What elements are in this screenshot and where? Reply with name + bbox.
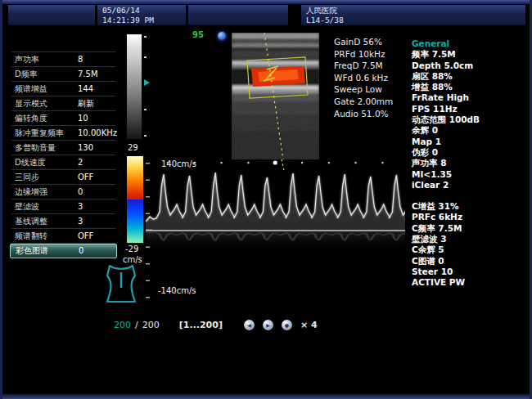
velocity-max-label: 140cm/s	[161, 159, 196, 168]
param-row-3[interactable]: 显示模式刷新	[11, 96, 115, 111]
stop-button[interactable]: ●	[282, 320, 292, 330]
cine-speed: × 4	[300, 320, 318, 330]
status-line: FrRate High	[412, 92, 530, 103]
param-value: 144	[78, 82, 93, 96]
param-row-0[interactable]: 声功率8	[11, 52, 115, 67]
param-value: 8	[78, 52, 83, 66]
cine-total-frames: 200	[142, 320, 160, 330]
param-label: 频谱翻转	[15, 229, 47, 243]
param-row-13[interactable]: 彩色图谱0	[10, 244, 117, 258]
status-line: 增益 88%	[412, 82, 530, 92]
param-row-1[interactable]: D频率7.5M	[11, 67, 115, 82]
param-value: 130	[78, 141, 93, 155]
status-line: PRFc 6kHz	[412, 212, 530, 222]
param-label: 脉冲重复频率	[15, 126, 64, 140]
header-logo-box	[8, 5, 95, 25]
status-line: 余辉 0	[412, 125, 530, 136]
colorbar-positive	[127, 156, 143, 200]
color-scale-max: 29	[128, 143, 138, 152]
param-row-6[interactable]: 多普勒音量130	[11, 141, 115, 155]
param-row-8[interactable]: 三同步OFF	[11, 170, 115, 185]
param-row-9[interactable]: 边缘增强0	[11, 185, 115, 200]
param-label: D线速度	[15, 155, 46, 169]
param-label: 声功率	[15, 52, 39, 66]
header-date: 05/06/14	[97, 5, 186, 16]
header-time: 14:21:39 PM	[97, 16, 186, 25]
velocity-scale-ticks	[146, 163, 152, 298]
spectral-doppler-trace	[146, 158, 405, 303]
graybar-tick	[144, 135, 147, 137]
pw-cursor-extension	[282, 159, 284, 171]
param-row-12[interactable]: 频谱翻转OFF	[11, 229, 115, 244]
right-status-panel: General 频率 7.5MDepth 5.0cm扇区 88%增益 88%Fr…	[412, 38, 530, 289]
cine-range: [1...200]	[179, 320, 223, 330]
play-button[interactable]: ▶	[263, 320, 273, 330]
time-scale-dots	[167, 160, 384, 164]
pw-overlay-line: WFd 0.6 kHz	[334, 72, 393, 84]
focus-marker-icon	[144, 79, 150, 86]
b-mode-image[interactable]	[232, 33, 319, 159]
ultrasound-screen: 05/06/14 14:21:39 PM 人民医院 L14-5/38 声功率8D…	[0, 0, 532, 399]
status-line: C增益 31%	[412, 201, 530, 212]
param-row-10[interactable]: 壁滤波3	[11, 200, 115, 214]
status-line: C图谱 0	[412, 256, 530, 267]
cine-playback-bar: 200 / 200 [1...200] ◀▶● × 4	[114, 318, 318, 331]
param-value: 3	[78, 200, 83, 213]
param-value: OFF	[78, 229, 93, 243]
pw-overlay-line: Sweep Low	[334, 83, 393, 96]
param-label: 三同步	[15, 170, 39, 184]
param-value: 2	[78, 155, 83, 169]
colorbar-negative	[127, 200, 143, 243]
param-label: 基线调整	[15, 214, 47, 228]
grayscale-bar	[127, 34, 142, 139]
param-value: 3	[78, 214, 83, 228]
param-label: 频谱增益	[15, 82, 47, 96]
param-label: 显示模式	[15, 96, 47, 110]
pw-overlay-line: Audio 51.0%	[334, 108, 393, 120]
left-parameter-panel: 声功率8D频率7.5M频谱增益144显示模式刷新偏转角度10脉冲重复频率10.0…	[11, 52, 115, 258]
screen-border-top	[0, 0, 532, 4]
param-value: OFF	[78, 170, 93, 184]
param-row-2[interactable]: 频谱增益144	[11, 82, 115, 96]
status-line: ACTIVE PW	[412, 277, 530, 288]
status-line: iClear 2	[412, 180, 530, 191]
param-row-11[interactable]: 基线调整3	[11, 214, 115, 229]
status-line: 声功率 8	[412, 158, 530, 168]
param-label: 壁滤波	[15, 200, 39, 213]
status-line: Steer 10	[412, 267, 530, 277]
status-line: 动态范围 100dB	[412, 114, 530, 125]
param-label: D频率	[15, 67, 38, 81]
b-mode-status-lines: 频率 7.5MDepth 5.0cm扇区 88%增益 88%FrRate Hig…	[412, 49, 530, 191]
param-row-5[interactable]: 脉冲重复频率10.00KHz	[11, 126, 115, 141]
header-datetime-box: 05/06/14 14:21:39 PM	[97, 5, 186, 25]
status-line: C频率 7.5M	[412, 223, 530, 234]
status-line: C余辉 5	[412, 244, 530, 255]
status-line: Map 1	[412, 137, 530, 147]
status-line: Depth 5.0cm	[412, 61, 530, 71]
graybar-tick	[144, 109, 147, 110]
status-line: FPS 11Hz	[412, 104, 530, 114]
param-row-4[interactable]: 偏转角度10	[11, 111, 115, 126]
body-marker-icon	[104, 262, 138, 305]
cine-separator: /	[135, 320, 138, 330]
step-back-button[interactable]: ◀	[244, 320, 255, 330]
preset-title: General	[412, 38, 530, 49]
header-patient-box	[188, 5, 288, 25]
pw-parameter-overlay: GainD 56%PRFd 10kHzFreqD 7.5MWFd 0.6 kHz…	[334, 36, 393, 119]
param-label: 边缘增强	[15, 185, 47, 199]
param-value: 刷新	[78, 96, 94, 110]
header-hospital-box: 人民医院 L14-5/38	[301, 5, 525, 25]
probe-orientation-dot	[218, 32, 226, 40]
param-label: 多普勒音量	[15, 141, 56, 155]
screen-border-bottom	[0, 394, 532, 399]
param-label: 偏转角度	[15, 111, 47, 125]
graybar-tick	[144, 36, 147, 38]
hospital-name: 人民医院	[301, 5, 525, 16]
param-value: 0	[79, 244, 83, 258]
param-row-7[interactable]: D线速度2	[11, 155, 115, 170]
status-line: 壁滤波 3	[412, 234, 530, 244]
cine-current-frame: 200	[114, 320, 131, 330]
pw-overlay-line: GainD 56%	[334, 36, 393, 48]
param-value: 10.00KHz	[78, 126, 117, 140]
color-pw-status-lines: C增益 31%PRFc 6kHzC频率 7.5M壁滤波 3C余辉 5C图谱 0S…	[412, 201, 530, 288]
